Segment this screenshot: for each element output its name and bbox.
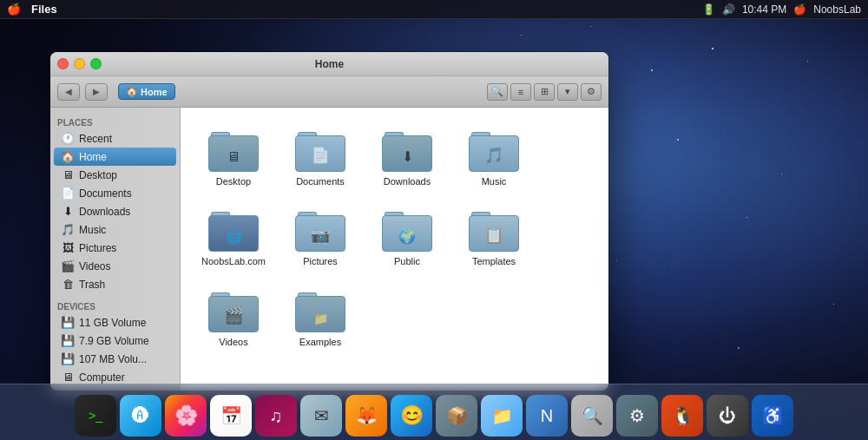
file-label-public: Public <box>394 255 420 267</box>
file-item-music[interactable]: 🎵 Music <box>455 121 533 193</box>
window-buttons <box>57 58 102 69</box>
menubar: 🍎 Files 🔋 🔊 10:44 PM 🍎 NoobsLab <box>0 0 868 19</box>
forward-button[interactable]: ▶ <box>85 83 108 101</box>
dock-item-finder[interactable]: 😊 <box>391 395 432 437</box>
file-label-downloads: Downloads <box>384 175 431 187</box>
file-item-templates[interactable]: 📋 Templates <box>455 201 533 273</box>
app-name[interactable]: Files <box>31 3 57 16</box>
home-sidebar-icon: 🏠 <box>61 150 75 163</box>
sidebar-item-desktop[interactable]: 🖥 Desktop <box>54 166 176 184</box>
dock-item-appstore[interactable]: 🅐 <box>120 395 161 437</box>
apple-logo: 🍎 <box>793 3 806 16</box>
dock-item-terminal[interactable]: >_ <box>75 395 116 437</box>
grid-view-button[interactable]: ⊞ <box>534 83 555 101</box>
sidebar-item-documents[interactable]: 📄 Documents <box>54 184 176 202</box>
dock-item-email[interactable]: ✉ <box>300 395 342 437</box>
videos-icon: 🎬 <box>61 259 75 273</box>
back-button[interactable]: ◀ <box>57 83 80 101</box>
sidebar-item-trash[interactable]: 🗑 Trash <box>54 275 176 293</box>
file-label-pictures: Pictures <box>303 255 338 267</box>
sidebar-item-downloads[interactable]: ⬇ Downloads <box>54 202 176 220</box>
audio-icon: 🔊 <box>722 3 735 16</box>
close-button[interactable] <box>57 58 69 69</box>
list-view-button[interactable]: ≡ <box>510 83 531 101</box>
home-label: Home <box>141 87 168 97</box>
file-item-public[interactable]: 🌍 Public <box>368 201 446 273</box>
file-item-documents[interactable]: 📄 Documents <box>281 121 359 193</box>
file-label-desktop: Desktop <box>216 175 251 187</box>
dock-item-accessibility[interactable]: ♿ <box>752 395 793 437</box>
sidebar-item-home[interactable]: 🏠 Home <box>54 148 176 166</box>
sidebar-item-107mb[interactable]: 💾 107 MB Volu... <box>54 350 176 368</box>
dock-item-noobslab[interactable]: N <box>526 395 568 437</box>
file-item-desktop[interactable]: 🖥 Desktop <box>194 121 273 193</box>
dock: >_ 🅐 🌸 📅 ♫ ✉ 🦊 😊 📦 📁 N 🔍 ⚙ 🐧 ⏻ ♿ <box>0 384 868 440</box>
sidebar: Places 🕐 Recent 🏠 Home 🖥 Desktop 📄 Docum… <box>50 108 181 391</box>
finder-window: Home ◀ ▶ 🏠 Home 🔍 ≡ ⊞ ▾ ⚙ Places 🕐 Recen… <box>50 52 608 391</box>
sidebar-item-music[interactable]: 🎵 Music <box>54 220 176 239</box>
sidebar-item-pictures[interactable]: 🖼 Pictures <box>54 239 176 257</box>
file-label-templates: Templates <box>472 255 516 267</box>
time-display: 10:44 PM <box>742 3 786 16</box>
trash-icon: 🗑 <box>61 278 75 291</box>
dock-item-software[interactable]: 📦 <box>436 395 477 437</box>
places-label: Places <box>50 115 180 129</box>
sidebar-item-11gb[interactable]: 💾 11 GB Volume <box>54 313 176 332</box>
menubar-left: 🍎 Files <box>7 3 57 16</box>
sidebar-videos-label: Videos <box>79 260 110 273</box>
search-button[interactable]: 🔍 <box>487 83 508 101</box>
file-item-pictures[interactable]: 📷 Pictures <box>281 201 359 273</box>
home-breadcrumb[interactable]: 🏠 Home <box>118 83 175 100</box>
file-item-videos[interactable]: 🎬 Videos <box>194 282 273 353</box>
minimize-button[interactable] <box>74 58 85 69</box>
dock-item-files[interactable]: 📁 <box>481 395 523 437</box>
recent-icon: 🕐 <box>61 132 75 145</box>
pictures-icon: 🖼 <box>61 241 75 254</box>
dock-item-web[interactable]: 🦊 <box>345 395 387 437</box>
toolbar-right: 🔍 ≡ ⊞ ▾ ⚙ <box>487 83 602 101</box>
dock-item-system[interactable]: ⚙ <box>616 395 658 437</box>
toolbar: ◀ ▶ 🏠 Home 🔍 ≡ ⊞ ▾ ⚙ <box>50 76 608 108</box>
dock-item-ubuntu[interactable]: 🐧 <box>661 395 703 437</box>
sidebar-item-videos[interactable]: 🎬 Videos <box>54 257 176 275</box>
documents-icon: 📄 <box>61 187 75 200</box>
volume-79gb-icon: 💾 <box>61 334 75 347</box>
file-item-downloads[interactable]: ⬇ Downloads <box>368 121 446 193</box>
dock-item-search[interactable]: 🔍 <box>571 395 613 437</box>
music-icon: 🎵 <box>61 223 75 236</box>
breadcrumb-bar: 🏠 Home <box>118 83 477 100</box>
sidebar-item-recent[interactable]: 🕐 Recent <box>54 129 176 148</box>
home-icon: 🏠 <box>126 86 138 97</box>
file-item-noobslab[interactable]: 🌐 NoobsLab.com <box>194 201 273 273</box>
apple-menu[interactable]: 🍎 <box>7 3 21 16</box>
sidebar-pictures-label: Pictures <box>79 242 116 254</box>
dock-item-photos[interactable]: 🌸 <box>165 395 207 437</box>
sidebar-79gb-label: 7.9 GB Volume <box>79 335 149 347</box>
battery-icon: 🔋 <box>702 3 715 16</box>
settings-button[interactable]: ⚙ <box>581 83 602 101</box>
maximize-button[interactable] <box>90 58 102 69</box>
file-grid: 🖥 Desktop 📄 Documents ⬇ <box>181 108 608 391</box>
sidebar-recent-label: Recent <box>79 133 112 145</box>
volume-11gb-icon: 💾 <box>61 316 75 329</box>
titlebar: Home <box>50 52 608 76</box>
volume-107mb-icon: 💾 <box>61 352 75 365</box>
sidebar-documents-label: Documents <box>79 187 132 200</box>
sidebar-desktop-label: Desktop <box>79 169 117 181</box>
dock-item-calendar[interactable]: 📅 <box>210 395 252 437</box>
sort-button[interactable]: ▾ <box>557 83 578 101</box>
sidebar-computer-label: Computer <box>79 371 125 384</box>
file-label-noobslab: NoobsLab.com <box>201 255 266 267</box>
desktop-icon: 🖥 <box>61 168 75 181</box>
sidebar-107mb-label: 107 MB Volu... <box>79 353 147 365</box>
dock-item-power[interactable]: ⏻ <box>707 395 748 437</box>
menubar-right: 🔋 🔊 10:44 PM 🍎 NoobsLab <box>702 3 861 16</box>
file-label-documents: Documents <box>296 175 345 187</box>
file-item-examples[interactable]: 📁 Examples <box>281 282 359 353</box>
dock-item-music[interactable]: ♫ <box>255 395 297 437</box>
file-label-music: Music <box>482 175 507 187</box>
sidebar-item-79gb[interactable]: 💾 7.9 GB Volume <box>54 332 176 350</box>
computer-icon: 🖥 <box>61 371 75 384</box>
file-label-videos: Videos <box>219 336 247 348</box>
content-area: Places 🕐 Recent 🏠 Home 🖥 Desktop 📄 Docum… <box>50 108 608 391</box>
